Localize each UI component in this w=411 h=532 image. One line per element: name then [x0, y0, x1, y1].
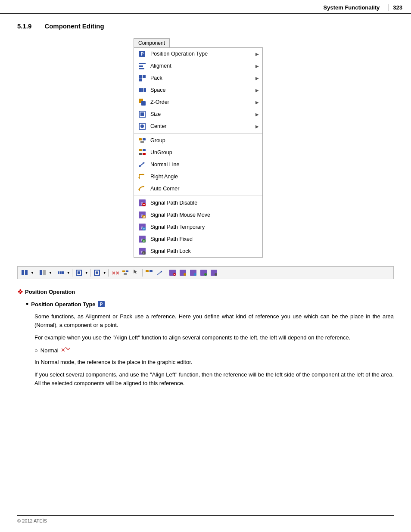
menu-arrow-center: ▶ [255, 124, 259, 129]
svg-marker-27 [138, 177, 140, 179]
normal-line-icon [137, 160, 147, 169]
toolbar-btn-2[interactable] [38, 268, 47, 277]
sep-4 [90, 269, 90, 277]
normal-para-1: In Normal mode, the reference is the pla… [34, 358, 394, 367]
menu-label-sp-fixed: Signal Path Fixed [150, 236, 259, 242]
svg-text:T: T [143, 228, 145, 230]
svg-rect-63 [125, 271, 128, 272]
sep-7 [166, 269, 166, 277]
toolbar-btn-5[interactable] [92, 268, 102, 277]
svg-rect-58 [78, 271, 80, 274]
menu-label-right-angle: Right Angle [150, 174, 259, 180]
menu-label-position-operation-type: Position Operation Type [150, 51, 255, 57]
toolbar-btn-1[interactable] [20, 268, 29, 277]
menu-item-sp-fixed[interactable]: S F Signal Path Fixed [134, 233, 262, 245]
svg-rect-6 [143, 75, 146, 78]
pack-icon [137, 74, 147, 82]
toolbar-btn-4[interactable] [74, 268, 84, 277]
menu-item-normal-line[interactable]: Normal Line [134, 159, 262, 171]
menu-title-bar[interactable]: Component [134, 38, 170, 47]
menu-body: P Position Operation Type ▶ Aligment ▶ P… [134, 47, 263, 258]
group-icon [137, 136, 147, 145]
svg-point-60 [96, 271, 98, 274]
toolbar-btn-arrows[interactable] [155, 268, 164, 277]
normal-para-2: If you select several components, and us… [34, 370, 394, 387]
svg-rect-65 [146, 270, 149, 272]
toolbar-btn-sp2[interactable] [178, 268, 188, 277]
svg-rect-50 [22, 270, 24, 275]
menu-item-right-angle[interactable]: Right Angle [134, 171, 262, 183]
svg-rect-12 [141, 101, 146, 106]
menu-item-space[interactable]: Space ▶ [134, 84, 262, 96]
toolbar-btn-group[interactable]: ✕✕ [110, 268, 120, 277]
svg-rect-19 [140, 141, 144, 143]
menu-item-position-operation-type[interactable]: P Position Operation Type ▶ [134, 48, 262, 60]
svg-text:P: P [100, 302, 103, 307]
separator-2 [134, 196, 262, 196]
auto-corner-icon [137, 184, 147, 193]
menu-item-z-order[interactable]: Z-Order ▶ [134, 96, 262, 108]
menu-item-pack[interactable]: Pack ▶ [134, 72, 262, 84]
menu-item-sp-lock[interactable]: S L Signal Path Lock [134, 245, 262, 257]
toolbar-btn-sp3[interactable] [189, 268, 198, 277]
toolbar: ▼ ▼ ▼ ▼ ▼ ✕✕ [17, 266, 394, 279]
toolbar-btn-3[interactable] [56, 268, 65, 277]
toolbar-btn-sp5[interactable] [209, 268, 219, 277]
svg-rect-14 [140, 112, 144, 116]
space-icon [137, 86, 147, 94]
menu-item-center[interactable]: Center ▶ [134, 120, 262, 132]
toolbar-dropdown-3[interactable]: ▼ [67, 271, 70, 275]
menu-label-alignment: Aligment [150, 63, 255, 69]
menu-label-sp-disable: Signal Path Disable [150, 200, 259, 206]
menu-item-sp-disable[interactable]: S Signal Path Disable [134, 197, 262, 209]
menu-item-sp-temporary[interactable]: S T Signal Path Temporary [134, 221, 262, 233]
svg-rect-64 [124, 273, 127, 275]
svg-rect-22 [139, 153, 142, 155]
svg-marker-28 [143, 186, 144, 187]
toolbar-dropdown-4[interactable]: ▼ [85, 271, 88, 275]
svg-rect-3 [139, 65, 143, 67]
menu-item-group[interactable]: Group [134, 134, 262, 146]
sep-2 [54, 269, 54, 277]
toolbar-dropdown-5[interactable]: ▼ [103, 271, 106, 275]
menu-label-z-order: Z-Order [150, 99, 255, 105]
svg-marker-26 [143, 174, 144, 175]
svg-point-16 [140, 124, 144, 128]
menu-arrow-alignment: ▶ [255, 64, 259, 68]
menu-item-alignment[interactable]: Aligment ▶ [134, 60, 262, 72]
section-title: Component Editing [44, 22, 104, 30]
svg-rect-5 [139, 75, 142, 78]
position-op-icon: P [137, 50, 147, 58]
toolbar-dropdown-1[interactable]: ▼ [31, 271, 34, 275]
toolbar-btn-sp1[interactable] [168, 268, 177, 277]
menu-label-sp-mouse-move: Signal Path Mouse Move [150, 212, 259, 218]
svg-rect-54 [58, 271, 59, 274]
svg-point-74 [194, 273, 196, 276]
svg-text:✕: ✕ [61, 347, 65, 353]
toolbar-btn-sp4[interactable] [199, 268, 209, 277]
menu-item-auto-corner[interactable]: Auto Corner [134, 183, 262, 195]
position-type-inline-icon: P [97, 301, 105, 308]
normal-sub-bullet: ○ Normal ✕ [34, 346, 394, 355]
menu-item-ungroup[interactable]: UnGroup [134, 146, 262, 159]
toolbar-btn-normalline[interactable] [144, 268, 154, 277]
svg-text:✕✕: ✕✕ [112, 271, 119, 276]
toolbar-dropdown-2[interactable]: ▼ [49, 271, 52, 275]
page-header: System Functionality 323 [0, 0, 411, 14]
menu-item-size[interactable]: Size ▶ [134, 108, 262, 120]
svg-point-78 [215, 273, 217, 276]
menu-label-ungroup: UnGroup [150, 149, 259, 156]
svg-rect-9 [141, 88, 143, 92]
svg-rect-4 [139, 68, 144, 69]
sp-mousemove-icon: S M [137, 211, 147, 219]
toolbar-btn-group2[interactable] [121, 268, 130, 277]
svg-rect-66 [149, 270, 153, 272]
menu-label-group: Group [150, 137, 259, 143]
paragraph-2: For example when you use the "Align Left… [34, 333, 394, 342]
menu-label-pack: Pack [150, 75, 255, 81]
svg-rect-20 [139, 149, 142, 151]
menu-label-sp-lock: Signal Path Lock [150, 248, 259, 254]
menu-item-sp-mouse-move[interactable]: S M Signal Path Mouse Move [134, 209, 262, 221]
menu-label-normal-line: Normal Line [150, 162, 259, 168]
toolbar-btn-cursor[interactable] [131, 268, 140, 277]
